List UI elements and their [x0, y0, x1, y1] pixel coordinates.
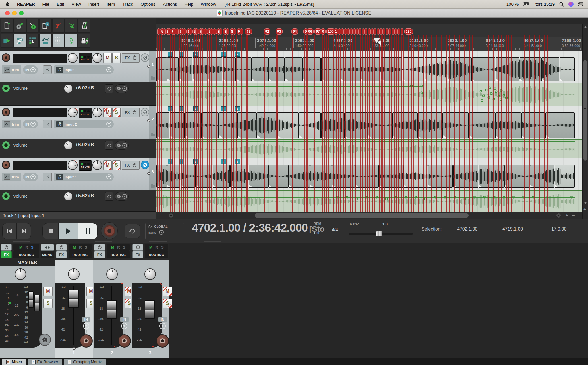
volume-fader-cap[interactable] [145, 300, 155, 319]
volume-fader-cap[interactable] [107, 300, 117, 319]
volume-envelope-panel-2[interactable]: Volume+6.02dB [0, 139, 156, 158]
track-number-strip[interactable]: 2 [149, 106, 156, 139]
marker-chip[interactable] [362, 28, 365, 35]
rate-value[interactable]: 1.0 [382, 222, 388, 226]
input-fx-dropdown-icon[interactable] [106, 67, 111, 72]
menu-track[interactable]: Track [119, 2, 137, 7]
envelope-settings-button[interactable] [115, 192, 129, 201]
envelope-power-button[interactable] [105, 84, 113, 93]
envelope-dropdown-icon[interactable] [122, 194, 127, 199]
open-project-button[interactable] [13, 19, 26, 33]
menu-view[interactable]: View [68, 2, 85, 7]
record-arm-button[interactable] [118, 334, 131, 348]
siri-icon[interactable] [568, 2, 574, 7]
audio-item[interactable] [268, 165, 289, 188]
audio-item[interactable] [257, 112, 277, 138]
time-signature[interactable]: 4/4 [332, 227, 338, 232]
pan-knob[interactable] [68, 53, 78, 63]
menu-clock[interactable]: tors 15:19 [535, 2, 555, 7]
fx-power-button[interactable] [56, 244, 67, 251]
vertical-scrollbar[interactable]: + − [582, 24, 588, 219]
track-panel-1[interactable]: ROUTEMSFXtrimININFXInput 11 [0, 51, 156, 82]
audio-item[interactable] [541, 57, 559, 81]
marker-chip[interactable] [353, 28, 356, 35]
mute-button[interactable]: M [103, 160, 112, 170]
horizontal-scrollbar[interactable]: + − [156, 212, 582, 219]
mute-button[interactable]: M [163, 287, 172, 296]
fx-power-icon[interactable] [133, 56, 136, 60]
mixer-strip-master[interactable]: FXMRSROUTINGMONOMASTER-inf12606-12-18-24… [0, 243, 55, 358]
save-project-button[interactable] [26, 19, 39, 33]
tab-fx-browser[interactable]: ×FX Browser [28, 359, 62, 365]
tab-close-checkbox[interactable]: × [68, 360, 71, 364]
master-routing-button[interactable]: ROUTING [13, 251, 39, 258]
playrate-slider[interactable] [349, 231, 413, 236]
audio-item[interactable] [170, 112, 185, 138]
strip-handle[interactable] [73, 347, 76, 350]
master-solo-button[interactable]: S [43, 299, 53, 308]
audio-item[interactable] [368, 112, 392, 138]
audio-item[interactable] [496, 57, 519, 81]
record-arm-button[interactable] [2, 108, 10, 116]
master-fader-cap-left[interactable] [28, 291, 34, 308]
marker-chip[interactable]: 91 [245, 28, 252, 35]
phase-button[interactable] [141, 53, 149, 62]
scroll-up-icon[interactable] [584, 26, 587, 28]
marker-chip[interactable]: 9 [321, 28, 326, 35]
menu-insert[interactable]: Insert [85, 2, 103, 7]
marker-chip[interactable]: 92 [264, 28, 270, 35]
audio-item[interactable] [181, 165, 196, 188]
fx-button[interactable]: FX [94, 251, 105, 258]
marker-chip[interactable] [374, 28, 376, 35]
fx-button[interactable]: FX [122, 53, 140, 63]
record-arm-button[interactable] [2, 161, 10, 169]
bpm-value[interactable]: 120 [314, 231, 319, 235]
solo-button[interactable]: S [112, 160, 121, 170]
fx-button[interactable]: FX [132, 251, 143, 258]
envelope-node[interactable] [482, 95, 485, 97]
mixer-strip-3[interactable]: FXMRSROUTING-inf-6--18--30--42--54-MSIN3 [131, 243, 169, 358]
panel-resize-handle[interactable] [147, 119, 150, 122]
envelope-node[interactable] [483, 196, 486, 199]
marker-chip[interactable] [371, 28, 374, 35]
monitor-knob[interactable] [92, 53, 102, 63]
strip-pan-knob[interactable] [106, 268, 118, 280]
track-name-field[interactable] [13, 161, 67, 170]
envelope-settings-button[interactable] [115, 84, 129, 93]
mixer-strip-1[interactable]: FXMRSROUTING-inf-6--18--30--42--54-MSIN1 [55, 243, 93, 358]
metronome-button[interactable] [78, 19, 90, 33]
menu-reaper[interactable]: REAPER [13, 2, 39, 7]
vzoom-in-icon[interactable]: + [583, 207, 586, 212]
playrate-slider-thumb[interactable] [376, 231, 382, 236]
control-center-icon[interactable] [578, 2, 583, 6]
search-icon[interactable] [559, 2, 564, 7]
project-settings-button[interactable]: i [39, 19, 52, 33]
input-dropdown[interactable]: IN [23, 120, 38, 128]
global-dropdown-icon[interactable] [159, 230, 164, 235]
input-dropdown[interactable]: IN [23, 173, 38, 181]
input-dropdown-icon[interactable] [159, 323, 166, 329]
track-name-field[interactable] [13, 54, 67, 63]
track-name-field[interactable] [13, 108, 67, 117]
mute-button[interactable]: M [103, 53, 112, 63]
volume-fader-cap[interactable] [68, 290, 79, 308]
audio-item[interactable] [479, 165, 504, 188]
track-panel-3[interactable]: ROUTEMSFXtrimININFXInput 13 [0, 158, 156, 190]
master-pan-knob[interactable] [15, 268, 26, 280]
mixer-strip-2[interactable]: FXMRSROUTING-inf-6--18--30--42--54-MSIN2 [93, 243, 131, 358]
envelope-arm-icon[interactable] [2, 141, 10, 149]
marker-chip[interactable] [394, 28, 397, 35]
scrollbar-left-cap[interactable] [169, 213, 173, 218]
mute-button[interactable]: M [103, 108, 112, 117]
play-button[interactable] [59, 223, 78, 239]
input-fx-dropdown-icon[interactable] [106, 174, 111, 179]
track-number-strip[interactable]: 1 [149, 51, 156, 82]
scroll-down-icon[interactable] [584, 202, 587, 204]
volume-knob[interactable] [64, 192, 73, 201]
selection-end[interactable]: 4719.1.00 [502, 227, 523, 232]
locking-button[interactable] [78, 34, 90, 48]
envelope-arm-icon[interactable] [2, 85, 10, 92]
input-dropdown-icon[interactable] [30, 174, 36, 179]
master-settings-button[interactable] [39, 334, 51, 346]
envelope-power-button[interactable] [105, 141, 113, 150]
